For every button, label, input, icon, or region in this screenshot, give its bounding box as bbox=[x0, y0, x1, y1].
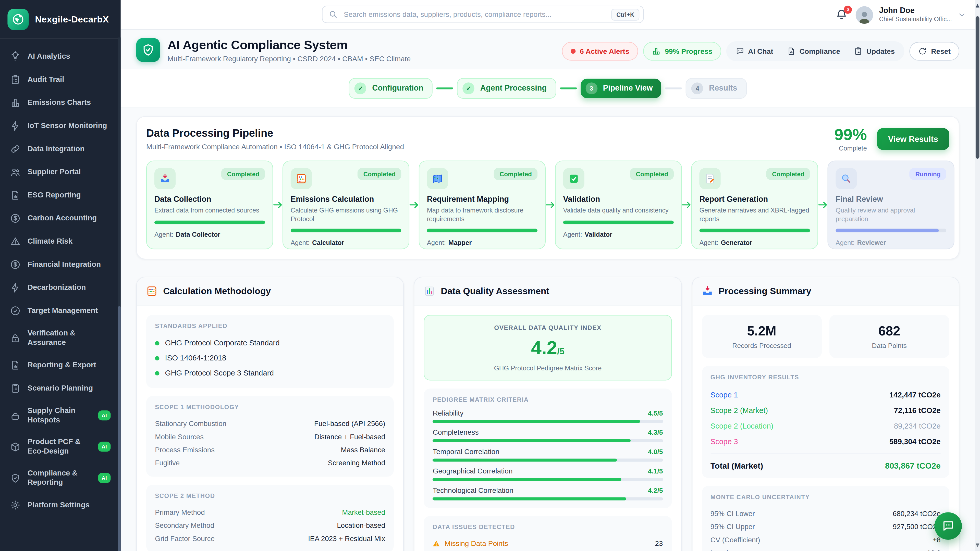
sidebar-item-label: IoT Sensor Monitoring bbox=[27, 121, 111, 130]
sidebar-item-compliance-reporting[interactable]: Compliance & Reporting AI bbox=[5, 462, 116, 493]
active-alerts-pill[interactable]: 6 Active Alerts bbox=[562, 42, 638, 60]
step-pipeline-view[interactable]: 3 Pipeline View bbox=[580, 78, 662, 98]
step-configuration[interactable]: ✓ Configuration bbox=[349, 78, 433, 98]
header-button-group: AI Chat Compliance Updates bbox=[726, 41, 904, 61]
stat-label: Records Processed bbox=[707, 342, 817, 349]
criteria-bar bbox=[433, 459, 663, 462]
sidebar-item-label: Emissions Charts bbox=[27, 98, 111, 107]
inventory-row: Scope 1142,447 tCO2e bbox=[711, 387, 941, 402]
stage-status-badge: Completed bbox=[221, 168, 265, 180]
compliance-button[interactable]: Compliance bbox=[780, 41, 847, 61]
chat-bubble-icon bbox=[942, 520, 955, 532]
stage-agent-name: Reviewer bbox=[857, 239, 886, 246]
stage-description: Quality review and approval preparation bbox=[835, 206, 946, 223]
stage-report-generation[interactable]: Completed Report Generation Generate nar… bbox=[691, 160, 818, 249]
arrow-right-icon bbox=[410, 202, 417, 208]
standard-item: GHG Protocol Scope 3 Standard bbox=[155, 365, 385, 381]
stage-final-review[interactable]: Running Final Review Quality review and … bbox=[827, 160, 954, 249]
sidebar-item-decarbonization[interactable]: Decarbonization bbox=[5, 276, 116, 299]
stage-progress-fill bbox=[563, 220, 674, 224]
stage-progress-fill bbox=[699, 229, 810, 233]
bullet-dot-icon bbox=[155, 341, 159, 345]
stage-emissions-calculation[interactable]: Completed Emissions Calculation Calculat… bbox=[283, 160, 409, 249]
stage-description: Validate data quality and consistency bbox=[563, 206, 674, 214]
kv-row: 95% CI Upper927,500 tCO2e bbox=[711, 520, 941, 533]
page-title: AI Agentic Compliance System bbox=[167, 38, 562, 52]
standard-item: ISO 14064-1:2018 bbox=[155, 351, 385, 365]
clipboard-icon bbox=[10, 74, 21, 85]
brand[interactable]: Nexgile-DecarbX bbox=[0, 0, 121, 39]
search-box[interactable]: Ctrl+K bbox=[322, 6, 644, 23]
inbox-tray-icon bbox=[702, 286, 713, 297]
step-agent-processing[interactable]: ✓ Agent Processing bbox=[457, 78, 556, 98]
stage-progress-bar bbox=[835, 229, 946, 233]
sidebar-item-esg-reporting[interactable]: ESG Reporting bbox=[5, 184, 116, 207]
sidebar-scrollbar[interactable] bbox=[118, 38, 121, 551]
stage-agent-name: Mapper bbox=[449, 239, 472, 246]
stage-agent-name: Generator bbox=[721, 239, 752, 246]
sidebar-item-label: ESG Reporting bbox=[27, 191, 111, 200]
sidebar-item-emissions-charts[interactable]: Emissions Charts bbox=[5, 91, 116, 114]
sidebar-item-carbon-accounting[interactable]: Carbon Accounting bbox=[5, 207, 116, 230]
bullet-dot-icon bbox=[155, 371, 159, 375]
card-title: Processing Summary bbox=[718, 286, 811, 296]
step-results[interactable]: 4 Results bbox=[686, 78, 746, 98]
view-results-button[interactable]: View Results bbox=[877, 128, 950, 150]
dollar-circle-icon bbox=[10, 259, 21, 270]
topbar: Ctrl+K 3 John Doe Chief Sustainability O… bbox=[121, 0, 975, 30]
sidebar-item-target-management[interactable]: Target Management bbox=[5, 299, 116, 322]
sidebar-item-data-integration[interactable]: Data Integration bbox=[5, 138, 116, 161]
stage-agent-name: Validator bbox=[585, 230, 612, 238]
panel-label: GHG INVENTORY RESULTS bbox=[711, 373, 941, 380]
stage-validation[interactable]: Completed Validation Validate data quali… bbox=[555, 160, 682, 249]
ai-chat-button[interactable]: AI Chat bbox=[729, 41, 780, 61]
stage-title: Validation bbox=[563, 195, 674, 203]
compliance-label: Compliance bbox=[800, 48, 840, 55]
panel-label: STANDARDS APPLIED bbox=[155, 322, 385, 329]
stage-requirement-mapping[interactable]: Completed Requirement Mapping Map data t… bbox=[419, 160, 546, 249]
ai-badge: AI bbox=[98, 442, 110, 451]
search-input[interactable] bbox=[342, 10, 606, 19]
step-label: Pipeline View bbox=[603, 84, 653, 92]
sidebar-item-financial-integration[interactable]: Financial Integration bbox=[5, 253, 116, 276]
sidebar-scrollbar-thumb[interactable] bbox=[118, 306, 121, 551]
kv-row: CV (Coefficient)±8 bbox=[711, 533, 941, 546]
scrollbar-thumb[interactable] bbox=[976, 16, 980, 159]
chat-fab-button[interactable] bbox=[934, 512, 962, 540]
sidebar-item-supplier-portal[interactable]: Supplier Portal bbox=[5, 160, 116, 184]
stage-progress-fill bbox=[835, 229, 939, 233]
sidebar-item-iot-sensor-monitoring[interactable]: IoT Sensor Monitoring bbox=[5, 114, 116, 138]
stage-progress-bar bbox=[154, 220, 265, 224]
pipeline-header: Data Processing Pipeline Multi-Framework… bbox=[146, 126, 950, 152]
stat-records-processed: 5.2M Records Processed bbox=[702, 315, 822, 358]
sidebar-item-supply-chain-hotspots[interactable]: Supply Chain Hotspots AI bbox=[5, 400, 116, 431]
scroll-down-arrow-icon[interactable] bbox=[976, 544, 980, 548]
search-icon bbox=[329, 10, 337, 19]
scroll-up-arrow-icon[interactable] bbox=[976, 4, 980, 8]
user-menu[interactable]: John Doe Chief Sustainability Offic... bbox=[856, 6, 966, 24]
window-scrollbar[interactable] bbox=[975, 0, 980, 551]
sidebar-item-audit-trail[interactable]: Audit Trail bbox=[5, 68, 116, 91]
notifications-button[interactable]: 3 bbox=[836, 8, 848, 21]
sidebar-item-platform-settings[interactable]: Platform Settings bbox=[5, 494, 116, 517]
summary-stats: 5.2M Records Processed 682 Data Points bbox=[702, 315, 950, 358]
sidebar-item-label: Climate Risk bbox=[27, 237, 111, 246]
sidebar-item-ai-analytics[interactable]: AI Analytics bbox=[5, 45, 116, 68]
page-subtitle: Multi-Framework Regulatory Reporting • C… bbox=[167, 55, 562, 62]
progress-pill[interactable]: 99% Progress bbox=[643, 42, 721, 60]
sidebar-item-scenario-planning[interactable]: Scenario Planning bbox=[5, 377, 116, 400]
sidebar-item-climate-risk[interactable]: Climate Risk bbox=[5, 230, 116, 253]
sidebar-item-verification-assurance[interactable]: Verification & Assurance bbox=[5, 322, 116, 354]
dollar-circle-icon bbox=[10, 213, 21, 224]
sidebar-item-product-pcf-eco-design[interactable]: Product PCF & Eco-Design AI bbox=[5, 431, 116, 462]
step-marker: 3 bbox=[585, 82, 597, 94]
ai-badge: AI bbox=[98, 410, 110, 420]
stage-data-collection[interactable]: Completed Data Collection Extract data f… bbox=[146, 160, 273, 249]
stage-arrow bbox=[546, 160, 555, 249]
updates-button[interactable]: Updates bbox=[847, 41, 902, 61]
reset-button[interactable]: Reset bbox=[909, 42, 959, 60]
memo-icon bbox=[704, 173, 716, 184]
stat-label: Data Points bbox=[834, 342, 944, 349]
bar-chart-icon bbox=[424, 286, 435, 297]
sidebar-item-reporting-export[interactable]: Reporting & Export bbox=[5, 354, 116, 377]
